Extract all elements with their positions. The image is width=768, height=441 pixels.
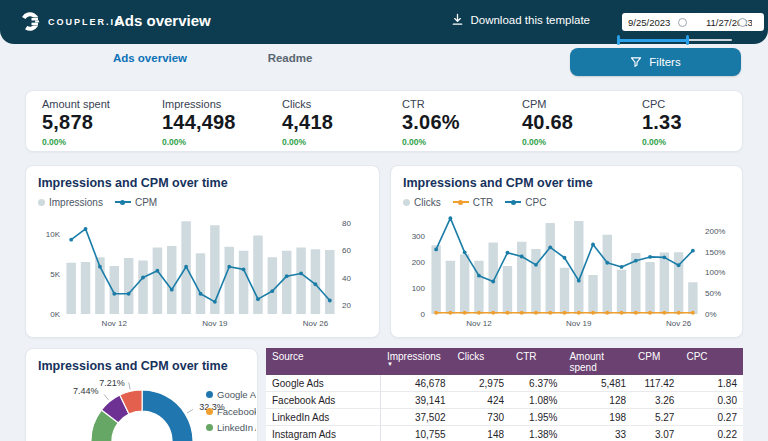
svg-text:Nov 19: Nov 19 xyxy=(202,319,228,328)
legend-item-cpm[interactable]: CPM xyxy=(115,197,157,208)
svg-text:100%: 100% xyxy=(705,268,725,277)
svg-text:0%: 0% xyxy=(705,310,717,319)
slider-selected-range[interactable] xyxy=(617,39,687,42)
donut-legend: Google AdsFacebook A...LinkedIn AdsInsta… xyxy=(206,389,256,441)
table-cell: 6.37% xyxy=(510,375,563,392)
table-cell: LinkedIn Ads xyxy=(266,409,381,426)
column-header-cpm[interactable]: CPM xyxy=(632,348,680,375)
column-header-source[interactable]: Source xyxy=(266,348,381,375)
legend-dot-icon xyxy=(403,199,410,206)
table-cell: 10,755 xyxy=(381,426,452,441)
date-to-input[interactable] xyxy=(700,13,764,31)
kpi-cpm: CPM 40.68 0.00% xyxy=(522,91,642,151)
svg-text:0: 0 xyxy=(421,310,426,319)
table-cell: 424 xyxy=(452,392,510,409)
donut-legend-item-google-ads[interactable]: Google Ads xyxy=(206,389,256,400)
chart-title: Impressions and CPM over time xyxy=(403,176,730,190)
legend-label: CTR xyxy=(473,197,494,208)
table-cell: Instagram Ads xyxy=(266,426,381,441)
legend-item-ctr[interactable]: CTR xyxy=(453,197,494,208)
legend-label: Google Ads xyxy=(217,389,256,400)
legend-item-cpc[interactable]: CPC xyxy=(505,197,546,208)
donut-callout-label: 7.44% xyxy=(73,386,99,396)
svg-text:300: 300 xyxy=(412,232,426,241)
svg-text:Nov 19: Nov 19 xyxy=(566,319,592,328)
table-row[interactable]: Google Ads46,6782,9756.37%5,481117.421.8… xyxy=(266,375,743,392)
slider-handle-right[interactable] xyxy=(686,35,689,45)
column-header-amount-spend[interactable]: Amount spend xyxy=(563,348,632,375)
kpi-label: CPC xyxy=(642,98,762,110)
column-header-clicks[interactable]: Clicks xyxy=(452,348,510,375)
svg-text:200: 200 xyxy=(412,258,426,267)
clicks-ctr-cpc-chart[interactable]: 01002003000%50%100%150%200%Nov 12Nov 19N… xyxy=(403,208,730,330)
kpi-delta: 0.00% xyxy=(522,137,642,147)
table-row[interactable]: LinkedIn Ads37,5027301.95%1985.270.27 xyxy=(266,409,743,426)
table-cell: Google Ads xyxy=(266,375,381,392)
impressions-cpm-chart[interactable]: 0K5K10K20406080Nov 12Nov 19Nov 26 xyxy=(38,208,367,330)
kpi-label: Amount spent xyxy=(42,98,162,110)
tab-readme[interactable]: Readme xyxy=(230,52,350,64)
table-cell: 1.38% xyxy=(510,426,563,441)
kpi-delta: 0.00% xyxy=(42,137,162,147)
column-header-impressions[interactable]: Impressions▼ xyxy=(381,348,452,375)
column-header-cpc[interactable]: CPC xyxy=(680,348,743,375)
coupler-logo[interactable]: COUPLER.IO xyxy=(20,11,124,32)
kpi-delta: 0.00% xyxy=(402,137,522,147)
svg-text:Nov 26: Nov 26 xyxy=(303,319,329,328)
legend-label: CPM xyxy=(135,197,157,208)
legend-label: Facebook A... xyxy=(217,406,256,417)
calendar-icon[interactable] xyxy=(738,18,747,27)
dashboard: COUPLER.IO Ads overview Download this te… xyxy=(0,0,768,441)
chart-title: Impressions and CPM over time xyxy=(38,176,367,190)
legend-dot-icon xyxy=(206,408,213,415)
legend-item-impressions[interactable]: Impressions xyxy=(38,197,103,208)
chart-title: Impressions and CPM over time xyxy=(38,359,245,373)
table-cell: 37,502 xyxy=(381,409,452,426)
kpi-value: 3.06% xyxy=(402,111,522,134)
table-cell: 1.95% xyxy=(510,409,563,426)
kpi-cpc: CPC 1.33 0.00% xyxy=(642,91,762,151)
download-template-button[interactable]: Download this template xyxy=(451,13,590,26)
table-cell: 3.07 xyxy=(632,426,680,441)
legend-line-icon xyxy=(505,198,521,206)
table-cell: 0.30 xyxy=(680,392,743,409)
header-bar: COUPLER.IO Ads overview Download this te… xyxy=(0,0,768,44)
svg-text:Nov 12: Nov 12 xyxy=(466,319,492,328)
tab-bar: Ads overview Readme xyxy=(0,52,560,76)
table-cell: 148 xyxy=(452,426,510,441)
svg-text:50%: 50% xyxy=(705,289,721,298)
table-row[interactable]: Instagram Ads10,7551481.38%333.070.22 xyxy=(266,426,743,441)
svg-text:20: 20 xyxy=(342,301,351,310)
legend-item-clicks[interactable]: Clicks xyxy=(403,197,441,208)
kpi-value: 4,418 xyxy=(282,111,402,134)
donut-legend-item-facebook-ads[interactable]: Facebook A... xyxy=(206,406,256,417)
table-cell: 5,481 xyxy=(563,375,632,392)
legend-label: CPC xyxy=(525,197,546,208)
legend-dot-icon xyxy=(206,391,213,398)
page-title: Ads overview xyxy=(114,12,211,29)
kpi-delta: 0.00% xyxy=(642,137,762,147)
table-cell: 198 xyxy=(563,409,632,426)
kpi-label: CPM xyxy=(522,98,642,110)
kpi-amount-spent: Amount spent 5,878 0.00% xyxy=(42,91,162,151)
filters-button[interactable]: Filters xyxy=(570,48,741,76)
donut-slice-google-ads[interactable] xyxy=(142,390,193,441)
kpi-value: 144,498 xyxy=(162,111,282,134)
legend-label: LinkedIn Ads xyxy=(217,422,256,433)
table-cell: 1.84 xyxy=(680,375,743,392)
donut-legend-item-linkedin-ads[interactable]: LinkedIn Ads xyxy=(206,422,256,433)
date-from-input[interactable] xyxy=(622,13,704,31)
tab-ads-overview[interactable]: Ads overview xyxy=(90,52,210,64)
kpi-label: Impressions xyxy=(162,98,282,110)
slider-handle-left[interactable] xyxy=(617,35,620,45)
kpi-impressions: Impressions 144,498 0.00% xyxy=(162,91,282,151)
table-cell: 3.26 xyxy=(632,392,680,409)
column-header-ctr[interactable]: CTR xyxy=(510,348,563,375)
table-cell: 0.27 xyxy=(680,409,743,426)
chart-legend: ClicksCTRCPC xyxy=(403,196,730,208)
kpi-delta: 0.00% xyxy=(162,137,282,147)
svg-text:100: 100 xyxy=(412,284,426,293)
table-cell: 0.22 xyxy=(680,426,743,441)
calendar-icon[interactable] xyxy=(678,18,687,27)
table-row[interactable]: Facebook Ads39,1414241.08%1283.260.30 xyxy=(266,392,743,409)
